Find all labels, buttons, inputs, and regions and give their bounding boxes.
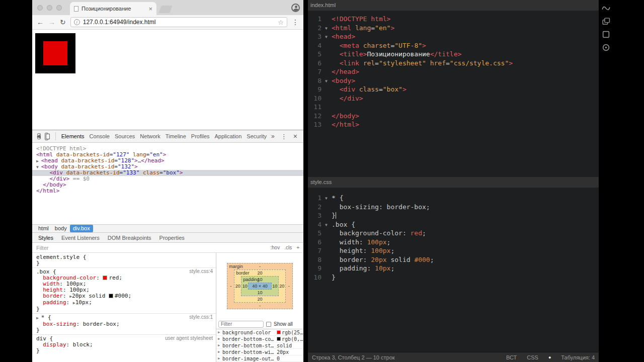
browser-menu-icon[interactable]: ⋮ <box>292 19 299 26</box>
code-line[interactable]: 10} <box>308 273 599 282</box>
expand-arrow-icon[interactable]: ▶ <box>218 356 222 360</box>
color-swatch[interactable] <box>103 276 107 280</box>
devtools-tab-sources[interactable]: Sources <box>112 130 137 142</box>
code-line[interactable]: 2▼<html lang="en"> <box>308 24 599 33</box>
computed-property-row[interactable]: ▶border-bottom-width20px <box>216 349 303 355</box>
sidebar-tab-styles[interactable]: Styles <box>34 235 57 241</box>
expand-arrow-icon[interactable]: ▶ <box>218 343 222 347</box>
breadcrumb-item-div.box[interactable]: div.box <box>70 225 93 232</box>
computed-property-row[interactable]: ▶border-bottom-colorrgb(0, 0, 0) <box>216 336 303 342</box>
dom-tree-line[interactable]: </body> <box>36 182 303 188</box>
expand-arrow-icon[interactable]: ▶ <box>218 350 222 354</box>
styles-toggle--[interactable]: + <box>296 245 299 250</box>
code-line[interactable]: 8 border: 20px solid #000; <box>308 255 599 264</box>
devtools-tab-timeline[interactable]: Timeline <box>163 130 189 142</box>
status-item-вст[interactable]: ВСТ <box>506 354 517 360</box>
code-line[interactable]: 7 height: 100px; <box>308 246 599 255</box>
breadcrumb-item-body[interactable]: body <box>52 225 70 232</box>
computed-property-row[interactable]: ▶border-image-outset0 <box>216 355 303 362</box>
bookmark-star-icon[interactable]: ☆ <box>278 19 284 26</box>
style-rule-line[interactable]: display: block; <box>32 342 216 348</box>
status-item-табуляция-4[interactable]: Табуляция: 4 <box>561 354 595 360</box>
status-item-css[interactable]: CSS <box>527 354 538 360</box>
minimize-window-button[interactable] <box>47 5 52 11</box>
page-info-icon[interactable]: i <box>74 19 80 25</box>
fold-arrow-icon[interactable]: ▼ <box>325 221 332 230</box>
address-bar[interactable]: i 127.0.0.1:64949/index.html ☆ <box>70 17 287 27</box>
code-line[interactable]: 9 padding: 10px; <box>308 264 599 273</box>
styles-toggle-.cls[interactable]: .cls <box>284 245 292 250</box>
device-toolbar-icon[interactable] <box>45 133 48 140</box>
fold-arrow-icon[interactable]: ▼ <box>325 194 332 203</box>
style-rule-line[interactable]: } <box>32 327 216 333</box>
style-rule-line[interactable]: element.style { <box>32 254 216 260</box>
code-line[interactable]: 3} <box>308 211 599 220</box>
code-line[interactable]: 5 background-color: red; <box>308 229 599 238</box>
code-line[interactable]: 4 <meta charset="UTF-8"> <box>308 41 599 50</box>
devtools-tab-application[interactable]: Application <box>212 130 245 142</box>
close-window-button[interactable] <box>37 5 43 11</box>
show-all-checkbox[interactable] <box>266 322 271 327</box>
color-swatch[interactable] <box>109 294 113 298</box>
fold-arrow-icon[interactable]: ▼ <box>325 33 332 42</box>
code-line[interactable]: 4▼.box { <box>308 220 599 229</box>
code-line[interactable]: 9 <div class="box"> <box>308 85 599 94</box>
devtools-tab-elements[interactable]: Elements <box>59 130 87 142</box>
editor-pane-header-html[interactable]: index.html <box>308 0 599 11</box>
fold-arrow-icon[interactable]: ▼ <box>325 77 332 86</box>
style-rule-line[interactable]: ▶ * {style.css:1 <box>32 313 216 321</box>
back-icon[interactable]: ← <box>37 19 44 26</box>
style-rule-line[interactable]: } <box>32 348 216 354</box>
url-text[interactable]: 127.0.0.1:64949/index.html <box>83 19 275 26</box>
devtools-tab-console[interactable]: Console <box>87 130 112 142</box>
live-preview-frame-icon[interactable] <box>602 30 610 39</box>
box-model-margin[interactable]: margin- - border20 20 padding10 <box>227 263 292 309</box>
style-rule-line[interactable]: .box {style.css:4 <box>32 267 216 275</box>
style-rule-line[interactable]: } <box>32 260 216 266</box>
expand-arrow-icon[interactable]: ▶ <box>218 337 222 341</box>
expand-arrow-icon[interactable]: ▶ <box>218 330 222 334</box>
code-line[interactable]: 6 width: 100px; <box>308 238 599 247</box>
code-line[interactable]: 5 <title>Позиционирование</title> <box>308 50 599 59</box>
code-line[interactable]: 1<!DOCTYPE html> <box>308 15 599 24</box>
style-rule-line[interactable]: } <box>32 306 216 312</box>
stylesheet-link[interactable]: style.css:4 <box>189 268 213 274</box>
styles-toggle--hov[interactable]: :hov <box>270 245 280 250</box>
sidebar-tab-event-listeners[interactable]: Event Listeners <box>57 235 104 241</box>
dom-tree-line[interactable]: </html> <box>36 188 303 194</box>
stylesheet-link[interactable]: style.css:1 <box>189 314 213 320</box>
browser-tab[interactable]: Позиционирование × <box>70 2 156 15</box>
code-line[interactable]: 11 <box>308 103 599 112</box>
devtools-tab-profiles[interactable]: Profiles <box>189 130 212 142</box>
styles-filter[interactable]: Filter <box>36 245 48 251</box>
new-tab-button[interactable] <box>158 6 173 13</box>
circle-target-icon[interactable] <box>602 43 610 52</box>
devtools-menu-icon[interactable]: ⋮ <box>277 133 291 140</box>
code-line[interactable]: 13</html> <box>308 120 599 129</box>
code-line[interactable]: 1▼* { <box>308 194 599 203</box>
devtools-tab-security[interactable]: Security <box>244 130 269 142</box>
profile-avatar-icon[interactable] <box>291 4 300 12</box>
code-line[interactable]: 8▼<body> <box>308 76 599 85</box>
devtools-close-icon[interactable]: × <box>291 132 300 140</box>
sidebar-tab-dom-breakpoints[interactable]: DOM Breakpoints <box>104 235 155 241</box>
editor-pane-header-css[interactable]: style.css <box>308 177 599 188</box>
tab-close-icon[interactable]: × <box>148 6 152 12</box>
style-rule-line[interactable]: box-sizing: border-box; <box>32 321 216 327</box>
box-model-padding[interactable]: padding10 10 40 × 40 10 10 <box>241 276 278 296</box>
more-tabs-icon[interactable]: » <box>269 133 277 140</box>
reload-icon[interactable]: ↻ <box>60 19 66 26</box>
style-rule-line[interactable]: padding: ▶10px; <box>32 300 216 306</box>
code-line[interactable]: 2 box-sizing: border-box; <box>308 203 599 212</box>
code-line[interactable]: 10 </div> <box>308 94 599 103</box>
code-line[interactable]: 12</body> <box>308 112 599 121</box>
box-model-border[interactable]: border20 20 padding10 10 40 × 40 10 <box>234 269 285 303</box>
style-rule-line[interactable]: div {user agent stylesheet <box>32 334 216 342</box>
computed-property-row[interactable]: ▶background-colorrgb(255, 0, 0) <box>216 329 303 336</box>
dom-tree-line[interactable]: </div> == $0 <box>36 176 303 182</box>
computed-property-row[interactable]: ▶border-bottom-stylesolid <box>216 342 303 349</box>
inspect-element-icon[interactable] <box>37 133 41 139</box>
breadcrumb-item-html[interactable]: html <box>35 225 52 232</box>
box-model-content[interactable]: 40 × 40 <box>248 283 271 290</box>
fold-arrow-icon[interactable]: ▼ <box>325 24 332 33</box>
